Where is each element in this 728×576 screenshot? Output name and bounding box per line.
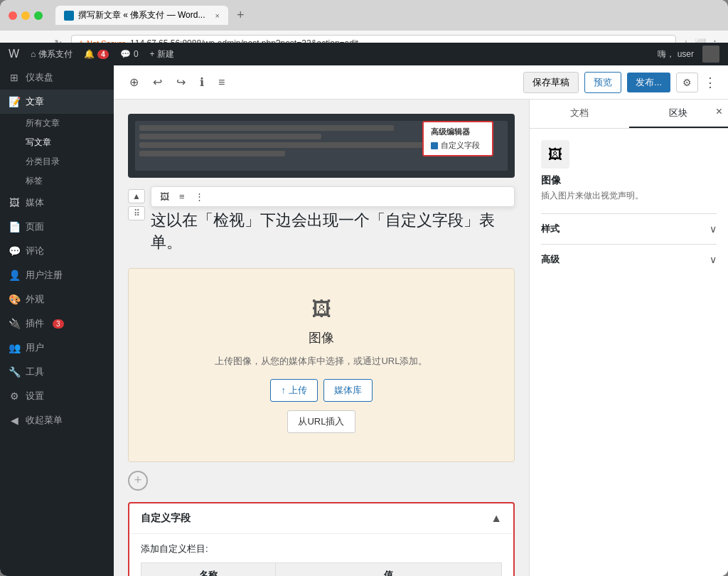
panel-tabs: 文档 区块 × [530, 100, 728, 129]
tab-close-btn[interactable]: × [215, 11, 219, 20]
screenshot-preview-area: 高级编辑器 自定义字段 [128, 114, 515, 178]
block-heading-text: 这以在「检视」下边会出现一个「自定义字段」表单。 [151, 210, 515, 254]
floating-toolbar: 🖼 ≡ ⋮ [151, 186, 515, 207]
float-align-btn[interactable]: ≡ [176, 190, 188, 203]
sidebar-item-users[interactable]: 👤 用户注册 [0, 263, 114, 287]
media-library-btn[interactable]: 媒体库 [323, 379, 373, 402]
add-block-below-btn[interactable]: + [128, 471, 148, 491]
screenshot-popup: 高级编辑器 自定义字段 [422, 121, 493, 156]
block-drag-btn[interactable]: ⠿ [128, 206, 145, 220]
url-bar[interactable]: ⚠ Not Secure 114.67.65.56:8088/wp-admin/… [71, 35, 676, 43]
panel-content: 🖼 图像 插入图片来做出视觉声明。 样式 ∨ [530, 129, 728, 576]
float-image-btn[interactable]: 🖼 [157, 190, 172, 203]
redo-btn[interactable]: ↪ [172, 73, 190, 92]
tools-icon: 🔧 [9, 366, 20, 378]
cf-body: 添加自定义栏目: 名称 值 [129, 534, 513, 576]
posts-icon: 📝 [9, 96, 20, 107]
sidebar-item-appearance[interactable]: 🎨 外观 [0, 287, 114, 311]
panel-section-style-title: 样式 [541, 223, 560, 235]
new-tab-btn[interactable]: + [237, 8, 245, 23]
save-draft-btn[interactable]: 保存草稿 [523, 72, 579, 93]
home-icon: ⌂ [31, 49, 36, 59]
custom-fields-section: 自定义字段 ▲ 添加自定义栏目: 名称 [128, 502, 515, 576]
minimize-window-btn[interactable] [21, 11, 30, 20]
sidebar-item-users2[interactable]: 👥 用户 [0, 336, 114, 360]
sidebar-sub-write-post[interactable]: 写文章 [0, 133, 114, 152]
settings-btn[interactable]: ⚙ [676, 73, 698, 92]
cf-toggle-btn[interactable]: ▲ [491, 512, 502, 525]
panel-section-style: 样式 ∨ [541, 213, 717, 244]
adminbar-user-area: 嗨， user [658, 46, 719, 63]
panel-block-desc: 插入图片来做出视觉声明。 [541, 190, 717, 202]
publish-btn[interactable]: 发布... [627, 73, 670, 92]
block-toolbar-area: ▲ ⠿ 🖼 ≡ ⋮ 这以在「检视」下边会出现一个「自定义字段」 [128, 186, 515, 262]
info-btn[interactable]: ℹ [196, 73, 208, 92]
add-block-btn[interactable]: ⊕ [125, 73, 143, 92]
notification-badge: 4 [97, 50, 109, 59]
refresh-btn[interactable]: ↻ [51, 36, 65, 43]
panel-section-advanced-header[interactable]: 高级 ∨ [541, 253, 717, 266]
sidebar-item-dashboard[interactable]: ⊞ 仪表盘 [0, 65, 114, 90]
panel-tab-doc[interactable]: 文档 [530, 100, 629, 128]
sidebar-sub-categories[interactable]: 分类目录 [0, 152, 114, 171]
user-avatar[interactable] [702, 46, 719, 63]
image-block-icon: 🖼 [311, 297, 331, 321]
screenshot-row-4 [139, 151, 285, 156]
popup-item: 自定义字段 [431, 140, 485, 151]
sidebar-item-comments[interactable]: 💬 评论 [0, 239, 114, 263]
sidebar-item-posts[interactable]: 📝 文章 [0, 90, 114, 114]
sidebar-item-settings[interactable]: ⚙ 设置 [0, 384, 114, 408]
editor-area: 高级编辑器 自定义字段 ▲ [114, 100, 529, 576]
settings-icon: ⚙ [9, 390, 20, 402]
screenshot-row-2 [139, 134, 321, 139]
adminbar-site[interactable]: ⌂ 佛系支付 [31, 48, 73, 60]
image-block-buttons: ↑ 上传 媒体库 [270, 379, 372, 402]
upload-btn[interactable]: ↑ 上传 [270, 379, 317, 402]
right-panel: 文档 区块 × 🖼 图像 插入图片来做出视觉声明。 [529, 100, 728, 576]
more-btn[interactable]: ⋮ [704, 75, 717, 90]
plugins-icon: 🔌 [9, 318, 20, 329]
close-window-btn[interactable] [9, 11, 17, 20]
address-bar-area: ← → ↻ ⚠ Not Secure 114.67.65.56:8088/wp-… [0, 31, 728, 43]
dashboard-icon: ⊞ [9, 72, 20, 83]
forward-btn[interactable]: → [30, 36, 46, 43]
panel-block-icon: 🖼 [541, 140, 569, 169]
image-block-subtitle: 上传图像，从您的媒体库中选择，或通过URL添加。 [215, 355, 427, 368]
float-more-btn[interactable]: ⋮ [192, 190, 207, 203]
image-block-title: 图像 [309, 329, 334, 346]
editor-toolbar-right: 保存草稿 预览 发布... ⚙ ⋮ [523, 72, 717, 93]
sidebar-item-pages[interactable]: 📄 页面 [0, 215, 114, 239]
adminbar-new[interactable]: + 新建 [150, 48, 174, 60]
cf-add-label: 添加自定义栏目: [141, 543, 502, 555]
sidebar-item-plugins[interactable]: 🔌 插件 3 [0, 311, 114, 336]
back-btn[interactable]: ← [9, 36, 24, 43]
tab-title: 撰写新文章 « 佛系支付 — Word... [78, 9, 205, 21]
plugins-badge: 3 [53, 319, 64, 329]
panel-tab-block[interactable]: 区块 [629, 100, 729, 128]
block-move-up-btn[interactable]: ▲ [128, 189, 145, 203]
sidebar-sub-all-posts[interactable]: 所有文章 [0, 114, 114, 133]
panel-section-advanced-title: 高级 [541, 253, 560, 266]
sidebar-item-media[interactable]: 🖼 媒体 [0, 191, 114, 215]
collapse-icon: ◀ [9, 415, 20, 426]
preview-btn[interactable]: 预览 [584, 72, 621, 93]
style-chevron-icon: ∨ [710, 223, 717, 235]
panel-close-btn[interactable]: × [716, 105, 722, 118]
panel-section-style-header[interactable]: 样式 ∨ [541, 223, 717, 235]
list-view-btn[interactable]: ≡ [214, 73, 229, 92]
window-controls [9, 11, 43, 20]
wp-logo[interactable]: W [9, 48, 19, 60]
editor-toolbar: ⊕ ↩ ↪ ℹ ≡ 保存草稿 预览 发布... ⚙ ⋮ [114, 65, 728, 100]
editor-with-panel: 高级编辑器 自定义字段 ▲ [114, 100, 728, 576]
adminbar-notifications[interactable]: 🔔 4 [84, 49, 109, 59]
browser-tab[interactable]: 撰写新文章 « 佛系支付 — Word... × [55, 6, 228, 25]
sidebar-item-collapse[interactable]: ◀ 收起菜单 [0, 408, 114, 432]
adminbar-comments[interactable]: 💬 0 [120, 49, 139, 59]
bell-icon: 🔔 [84, 49, 95, 59]
screenshot-row-3 [139, 142, 431, 148]
maximize-window-btn[interactable] [34, 11, 43, 20]
sidebar-sub-tags[interactable]: 标签 [0, 171, 114, 191]
sidebar-item-tools[interactable]: 🔧 工具 [0, 360, 114, 384]
undo-btn[interactable]: ↩ [149, 73, 166, 92]
insert-from-url-btn[interactable]: 从URL插入 [287, 410, 355, 433]
